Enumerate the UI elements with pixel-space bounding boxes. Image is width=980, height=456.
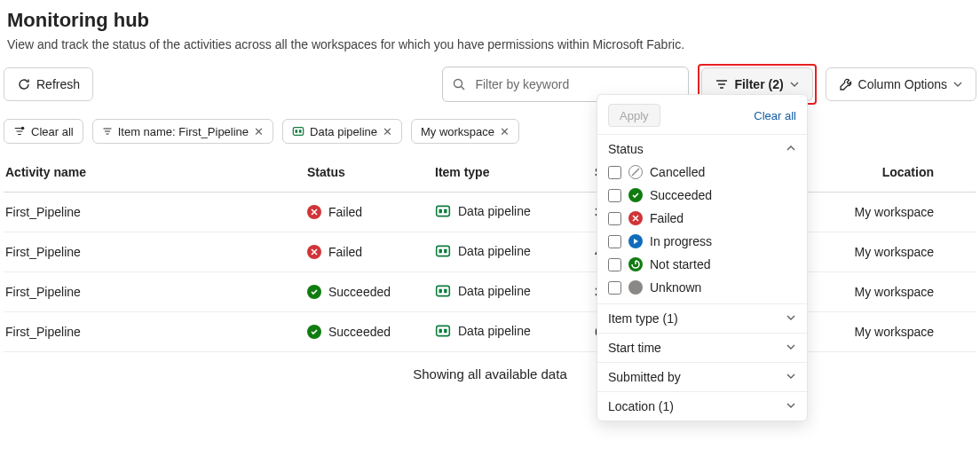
chip-my-workspace[interactable]: My workspace ✕	[411, 119, 519, 144]
svg-rect-11	[437, 286, 450, 295]
clear-filter-icon	[13, 125, 26, 138]
chevron-down-icon	[786, 341, 796, 355]
svg-rect-2	[293, 128, 303, 136]
checkbox[interactable]	[608, 235, 621, 248]
svg-point-0	[454, 80, 462, 88]
section-label: Item type (1)	[608, 311, 678, 326]
section-item-type-1-[interactable]: Item type (1)	[597, 304, 807, 333]
col-status[interactable]: Status	[305, 153, 433, 193]
cell-status: Failed	[307, 205, 362, 219]
pipeline-icon	[435, 243, 451, 259]
checkbox[interactable]	[608, 212, 621, 225]
pipeline-icon	[292, 125, 304, 138]
option-label: In progress	[650, 234, 712, 248]
option-label: Failed	[650, 211, 684, 225]
col-activity[interactable]: Activity name	[4, 153, 305, 193]
status-option-inprogress[interactable]: In progress	[608, 234, 796, 248]
cell-status: Succeeded	[307, 285, 391, 299]
svg-rect-4	[299, 130, 302, 133]
table-row[interactable]: First_PipelineSucceededData pipeline3:42…	[4, 272, 976, 312]
checkbox[interactable]	[608, 258, 621, 271]
status-option-succeeded[interactable]: Succeeded	[608, 188, 796, 202]
succeeded-icon	[307, 285, 321, 299]
refresh-button[interactable]: Refresh	[4, 67, 93, 101]
chip-data-pipeline[interactable]: Data pipeline ✕	[282, 119, 402, 144]
section-submitted-by[interactable]: Submitted by	[597, 363, 807, 391]
svg-rect-13	[444, 288, 447, 293]
clear-all-chip[interactable]: Clear all	[4, 119, 83, 144]
failed-icon	[307, 245, 321, 259]
svg-rect-10	[444, 248, 447, 253]
cell-activity: First_Pipeline	[4, 232, 305, 272]
succeeded-icon	[307, 325, 321, 339]
col-item-type[interactable]: Item type	[433, 153, 593, 193]
table-row[interactable]: First_PipelineFailedData pipeline4:15 PM…	[4, 232, 976, 272]
cell-status: Succeeded	[307, 325, 391, 339]
section-location-1-[interactable]: Location (1)	[597, 392, 807, 421]
apply-button[interactable]: Apply	[608, 104, 660, 127]
page-title: Monitoring hub	[7, 9, 976, 32]
status-option-notstarted[interactable]: Not started	[608, 257, 796, 271]
search-icon	[452, 77, 466, 91]
checkbox[interactable]	[608, 281, 621, 295]
col-location[interactable]: Location	[815, 153, 976, 193]
chevron-up-icon	[786, 142, 796, 156]
svg-rect-14	[437, 326, 450, 335]
cell-activity: First_Pipeline	[4, 272, 305, 312]
svg-rect-12	[439, 288, 442, 293]
toolbar: Refresh Filter (2) Column Options	[4, 64, 976, 105]
cell-location: My workspace	[815, 193, 976, 232]
chevron-down-icon	[786, 311, 796, 326]
option-label: Succeeded	[650, 188, 712, 202]
option-label: Unknown	[650, 280, 701, 295]
chevron-down-icon	[786, 370, 796, 384]
clear-all-label: Clear all	[31, 125, 74, 138]
cell-location: My workspace	[815, 272, 976, 312]
cell-item-type: Data pipeline	[435, 323, 531, 339]
svg-point-1	[21, 127, 25, 130]
section-start-time[interactable]: Start time	[597, 334, 807, 362]
chip-item-name[interactable]: Item name: First_Pipeline ✕	[92, 119, 273, 144]
filter-label: Filter (2)	[734, 77, 783, 91]
svg-rect-16	[444, 328, 447, 333]
cell-activity: First_Pipeline	[4, 312, 305, 352]
section-label: Submitted by	[608, 370, 681, 384]
checkbox[interactable]	[608, 166, 621, 179]
cell-item-type: Data pipeline	[435, 243, 531, 259]
refresh-icon	[17, 77, 31, 91]
section-status[interactable]: Status	[597, 135, 807, 163]
in-progress-icon	[628, 234, 643, 248]
cell-item-type: Data pipeline	[435, 283, 531, 299]
table-row[interactable]: First_PipelineSucceededData pipeline6:08…	[4, 312, 976, 352]
svg-rect-8	[437, 246, 450, 256]
pipeline-icon	[435, 283, 451, 299]
cell-item-type: Data pipeline	[435, 203, 531, 219]
cell-status: Failed	[307, 245, 362, 259]
svg-rect-6	[439, 208, 442, 213]
wrench-icon	[839, 77, 853, 91]
close-icon[interactable]: ✕	[254, 125, 264, 138]
filter-icon	[102, 126, 113, 137]
checkbox[interactable]	[608, 189, 621, 202]
panel-clear-all-link[interactable]: Clear all	[754, 109, 796, 122]
status-option-unknown[interactable]: Unknown	[608, 280, 796, 295]
cell-activity: First_Pipeline	[4, 193, 305, 232]
chevron-down-icon	[952, 79, 963, 90]
close-icon[interactable]: ✕	[500, 125, 510, 138]
close-icon[interactable]: ✕	[383, 125, 392, 138]
failed-icon	[307, 205, 321, 219]
search-input[interactable]	[473, 76, 679, 92]
chevron-down-icon	[786, 399, 796, 413]
pipeline-icon	[435, 323, 451, 339]
status-option-failed[interactable]: Failed	[608, 211, 796, 225]
svg-rect-15	[439, 328, 442, 333]
table-row[interactable]: First_PipelineFailedData pipeline3:40 PM…	[4, 193, 976, 232]
pipeline-icon	[435, 203, 451, 219]
chevron-down-icon	[789, 79, 800, 90]
table-header-row: Activity name Status Item type Start Loc…	[4, 153, 976, 193]
cell-location: My workspace	[815, 232, 976, 272]
page-subtitle: View and track the status of the activit…	[7, 37, 976, 51]
column-options-button[interactable]: Column Options	[826, 67, 976, 101]
filter-icon	[715, 77, 729, 91]
status-option-cancelled[interactable]: Cancelled	[608, 165, 796, 179]
